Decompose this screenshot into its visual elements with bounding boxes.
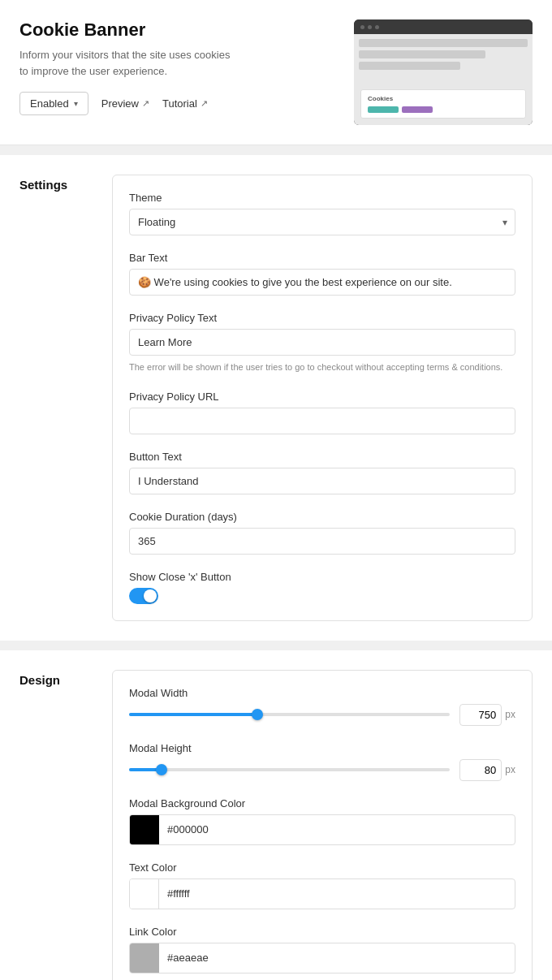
placeholder-row-2 <box>359 50 485 58</box>
preview-label: Preview <box>101 97 139 110</box>
text-color-field <box>129 879 515 909</box>
modal-bg-color-field <box>129 814 515 845</box>
enabled-label: Enabled <box>30 97 69 110</box>
accept-btn-preview <box>368 106 399 113</box>
modal-height-label: Modal Height <box>129 742 515 754</box>
browser-content: Cookies <box>354 34 533 125</box>
cookie-duration-label: Cookie Duration (days) <box>129 511 515 523</box>
browser-dot-2 <box>368 25 372 29</box>
design-section: Design Modal Width px Modal Height <box>0 650 552 981</box>
modal-bg-color-field-group: Modal Background Color <box>129 797 515 845</box>
bar-text-input[interactable] <box>129 269 515 296</box>
divider-1 <box>0 145 552 155</box>
privacy-policy-text-label: Privacy Policy Text <box>129 312 515 324</box>
modal-width-field-group: Modal Width px <box>129 687 515 726</box>
cookie-preview-buttons <box>368 106 519 113</box>
theme-field-group: Theme Floating Bar Modal ▾ <box>129 192 515 235</box>
header-actions: Enabled ▾ Preview ↗ Tutorial ↗ <box>19 92 354 115</box>
modal-height-track <box>129 768 450 771</box>
modal-height-field-group: Modal Height px <box>129 742 515 781</box>
theme-select-wrapper: Floating Bar Modal ▾ <box>129 209 515 235</box>
enabled-button[interactable]: Enabled ▾ <box>19 92 88 115</box>
cookie-preview-title: Cookies <box>368 95 519 102</box>
header-left: Cookie Banner Inform your visitors that … <box>19 19 354 115</box>
design-panel: Modal Width px Modal Height <box>112 670 533 981</box>
cookie-duration-field-group: Cookie Duration (days) <box>129 511 515 555</box>
modal-width-slider-row: px <box>129 704 515 726</box>
settings-section: Settings Theme Floating Bar Modal ▾ Bar … <box>0 155 552 641</box>
show-close-toggle[interactable] <box>129 588 158 604</box>
settings-panel: Theme Floating Bar Modal ▾ Bar Text Priv… <box>112 175 533 621</box>
privacy-policy-url-label: Privacy Policy URL <box>129 391 515 403</box>
header-description: Inform your visitors that the site uses … <box>19 47 231 79</box>
page-title: Cookie Banner <box>19 19 354 41</box>
placeholder-row-3 <box>359 62 460 70</box>
link-color-field-group: Link Color <box>129 926 515 974</box>
button-text-input[interactable] <box>129 468 515 494</box>
header-section: Cookie Banner Inform your visitors that … <box>0 0 552 145</box>
toggle-knob <box>144 589 157 602</box>
modal-width-unit: px <box>505 709 515 720</box>
modal-width-fill <box>129 713 257 716</box>
modal-height-thumb[interactable] <box>156 764 167 775</box>
modal-width-track <box>129 713 450 716</box>
cookie-banner-preview: Cookies <box>360 89 526 119</box>
chevron-down-icon: ▾ <box>74 99 78 108</box>
placeholder-row-1 <box>359 39 528 47</box>
modal-width-thumb[interactable] <box>252 709 263 720</box>
theme-select[interactable]: Floating Bar Modal <box>129 209 515 235</box>
privacy-policy-text-input[interactable] <box>129 329 515 356</box>
text-color-label: Text Color <box>129 861 515 874</box>
settings-label: Settings <box>19 175 93 192</box>
modal-height-slider-row: px <box>129 759 515 781</box>
privacy-policy-text-field-group: Privacy Policy Text The error will be sh… <box>129 312 515 374</box>
show-close-button-field-group: Show Close 'x' Button <box>129 571 515 604</box>
link-color-field <box>129 943 515 974</box>
preview-thumbnail: Cookies <box>354 19 533 125</box>
bar-text-label: Bar Text <box>129 252 515 264</box>
external-link-icon-2: ↗ <box>201 98 208 109</box>
text-color-field-group: Text Color <box>129 861 515 909</box>
theme-label: Theme <box>129 192 515 204</box>
privacy-policy-url-input[interactable] <box>129 408 515 434</box>
tutorial-label: Tutorial <box>162 97 197 110</box>
modal-bg-color-label: Modal Background Color <box>129 797 515 809</box>
bar-text-field-group: Bar Text <box>129 252 515 296</box>
link-color-label: Link Color <box>129 926 515 938</box>
link-color-input[interactable] <box>159 952 515 964</box>
decline-btn-preview <box>402 106 433 113</box>
modal-height-unit: px <box>505 764 515 775</box>
modal-height-input[interactable] <box>459 759 502 781</box>
link-color-swatch[interactable] <box>130 943 159 973</box>
modal-width-label: Modal Width <box>129 687 515 699</box>
browser-dot-3 <box>375 25 379 29</box>
modal-width-value-box: px <box>459 704 515 726</box>
external-link-icon: ↗ <box>142 98 149 109</box>
browser-dot-1 <box>360 25 364 29</box>
tutorial-link[interactable]: Tutorial ↗ <box>162 97 208 110</box>
modal-height-value-box: px <box>459 759 515 781</box>
toggle-wrapper <box>129 588 515 604</box>
modal-bg-color-swatch[interactable] <box>130 815 159 844</box>
modal-width-input[interactable] <box>459 704 502 726</box>
privacy-policy-url-field-group: Privacy Policy URL <box>129 391 515 434</box>
modal-bg-color-input[interactable] <box>159 823 515 835</box>
browser-bar <box>354 19 533 34</box>
text-color-input[interactable] <box>159 887 515 900</box>
button-text-label: Button Text <box>129 451 515 463</box>
show-close-button-label: Show Close 'x' Button <box>129 571 515 583</box>
cookie-duration-input[interactable] <box>129 528 515 555</box>
text-color-swatch[interactable] <box>130 879 159 909</box>
divider-2 <box>0 641 552 650</box>
preview-link[interactable]: Preview ↗ <box>101 97 149 110</box>
design-label: Design <box>19 670 93 687</box>
button-text-field-group: Button Text <box>129 451 515 494</box>
privacy-policy-text-help: The error will be shown if the user trie… <box>129 360 515 374</box>
